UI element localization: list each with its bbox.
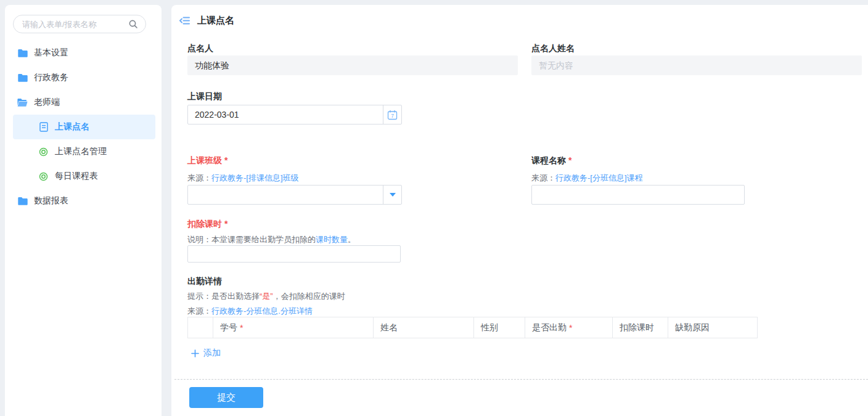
attendance-col-header: 性别 (473, 317, 525, 338)
calendar-icon[interactable]: 7 (383, 105, 401, 124)
attendance-col-header: 姓名 (373, 317, 473, 338)
attendance-col-header (188, 317, 213, 338)
attendance-table-header-row: 学号*姓名性别是否出勤*扣除课时缺勤原因 (187, 317, 758, 338)
search-input[interactable] (22, 20, 128, 29)
sidebar-item-label: 基本设置 (34, 47, 68, 59)
course-name-source: 来源：行政教务-[分班信息]课程 (531, 173, 643, 184)
divider (174, 379, 868, 380)
attendance-col-header-label: 性别 (481, 322, 498, 333)
class-group-source: 来源：行政教务-[排课信息]班级 (187, 173, 299, 184)
add-row-label: 添加 (203, 348, 221, 359)
folder-open-icon (17, 98, 28, 107)
main-header: 上课点名 (179, 15, 234, 27)
attendance-col-header: 扣除课时 (612, 317, 668, 338)
collapse-back-icon[interactable] (179, 15, 190, 26)
deduct-hours-label: 扣除课时* (187, 219, 227, 230)
svg-text:7: 7 (391, 113, 394, 119)
attendance-source: 来源：行政教务-分班信息.分班详情 (187, 306, 313, 317)
deduct-hours-note-link[interactable]: 课时数量 (316, 235, 348, 244)
page-title: 上课点名 (197, 15, 234, 27)
sidebar-item-data-report[interactable]: 数据报表 (5, 189, 162, 213)
required-mark: * (240, 323, 243, 333)
attendance-tip: 提示：是否出勤选择“是”，会扣除相应的课时 (187, 291, 345, 302)
sidebar-item-label: 老师端 (34, 97, 60, 108)
search-icon[interactable] (128, 19, 138, 29)
class-date-label: 上课日期 (187, 91, 222, 102)
plus-icon (191, 349, 199, 357)
class-group-label: 上课班级* (187, 155, 227, 166)
caller-name-label: 点名人姓名 (531, 43, 575, 54)
sidebar-item-label: 行政教务 (34, 72, 68, 83)
attendance-col-header-label: 是否出勤 (532, 322, 567, 333)
course-name-label: 课程名称* (531, 155, 571, 166)
class-group-source-link[interactable]: 行政教务-[排课信息]班级 (211, 173, 299, 182)
sidebar-item-label: 上课点名 (55, 121, 89, 133)
sidebar-menu: 基本设置行政教务老师端上课点名上课点名管理每日课程表数据报表 (5, 41, 162, 213)
attendance-col-header: 缺勤原因 (668, 317, 757, 338)
target-icon (38, 147, 49, 157)
caller-field: 功能体验 (187, 55, 518, 75)
caller-label: 点名人 (187, 43, 213, 54)
sidebar-item-teacher-side[interactable]: 老师端 (5, 90, 162, 115)
class-group-value[interactable] (188, 186, 383, 204)
sidebar: 基本设置行政教务老师端上课点名上课点名管理每日课程表数据报表 (5, 5, 162, 416)
target-icon (38, 172, 49, 181)
folder-icon (17, 197, 28, 205)
folder-icon (17, 73, 28, 82)
attendance-source-link[interactable]: 行政教务-分班信息.分班详情 (211, 306, 313, 316)
attendance-col-header: 是否出勤* (525, 317, 612, 338)
class-group-select[interactable] (187, 185, 402, 205)
attendance-col-header-label: 缺勤原因 (675, 322, 710, 333)
sidebar-item-rollcall-management[interactable]: 上课点名管理 (5, 139, 162, 164)
main-panel: 上课点名 点名人 功能体验 点名人姓名 暂无内容 上课日期 2022-03-01… (171, 5, 868, 416)
sidebar-item-label: 上课点名管理 (55, 146, 107, 157)
sidebar-item-label: 数据报表 (34, 195, 68, 206)
deduct-hours-input[interactable] (187, 245, 401, 263)
sidebar-item-class-rollcall[interactable]: 上课点名 (13, 115, 155, 139)
required-mark: * (569, 323, 572, 333)
class-date-value[interactable]: 2022-03-01 (188, 105, 383, 124)
deduct-hours-note: 说明：本堂课需要给出勤学员扣除的课时数量。 (187, 234, 356, 245)
form-search-box[interactable] (13, 15, 146, 33)
attendance-col-header-label: 学号 (220, 322, 237, 333)
caller-name-field: 暂无内容 (531, 55, 862, 75)
sidebar-item-basic-settings[interactable]: 基本设置 (5, 41, 162, 65)
attendance-col-header: 学号* (213, 317, 373, 338)
add-row-button[interactable]: 添加 (191, 348, 221, 359)
submit-button[interactable]: 提交 (189, 387, 263, 408)
select-arrow-icon[interactable] (383, 186, 401, 204)
attendance-col-header-label: 扣除课时 (620, 322, 654, 333)
sidebar-item-label: 每日课程表 (55, 171, 98, 182)
class-date-input[interactable]: 2022-03-01 7 (187, 105, 402, 124)
attendance-label: 出勤详情 (187, 276, 222, 287)
sidebar-item-daily-schedule[interactable]: 每日课程表 (5, 164, 162, 189)
attendance-col-header-label: 姓名 (380, 322, 398, 333)
folder-icon (17, 49, 28, 57)
course-name-input[interactable] (531, 185, 745, 205)
course-name-source-link[interactable]: 行政教务-[分班信息]课程 (555, 173, 643, 182)
sidebar-item-admin-academic[interactable]: 行政教务 (5, 65, 162, 90)
document-icon (38, 122, 49, 132)
